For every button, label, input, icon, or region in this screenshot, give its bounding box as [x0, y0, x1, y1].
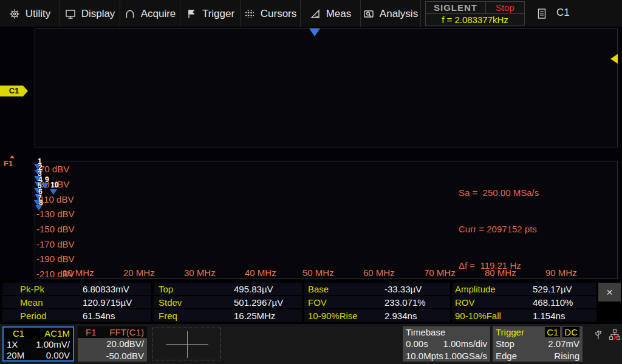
channel1-offset: 0.00V [46, 350, 70, 360]
fft-freq-label: 90 MHz [545, 268, 577, 278]
add-trace-placeholder[interactable] [152, 328, 221, 360]
measurement-value: 61.54ns [83, 311, 115, 321]
measurement-label: 10-90%Rise [304, 311, 384, 321]
menu-cursors-label: Cursors [261, 8, 297, 20]
menu-meas-label: Meas [326, 8, 352, 20]
measurement-value: -33.33µV [384, 284, 422, 294]
menu-cursors[interactable]: Cursors [241, 0, 301, 27]
measurement-cell: ROV468.110% [453, 296, 596, 308]
menu-trigger-label: Trigger [202, 8, 234, 20]
channel1-scale: 1.00mV/ [36, 339, 70, 349]
menu-trigger[interactable]: Trigger [180, 0, 241, 27]
trigger-level-marker[interactable] [610, 54, 618, 64]
measurement-table: Pk-Pk6.80833mV Top495.83µV Base-33.33µV … [2, 283, 596, 322]
fft-trace-tag[interactable]: F1 [4, 159, 13, 168]
trigger-box[interactable]: TriggerC1DC Stop2.07mV EdgeRising [493, 326, 583, 362]
channel1-name: C1 [7, 328, 24, 339]
measurement-value: 2.934ns [384, 311, 417, 321]
time-domain-trace [35, 29, 617, 147]
menu-display-label: Display [81, 8, 115, 20]
fft-descriptor-box[interactable]: F1FFT(C1) 20.0dBV/ -50.0dBV [78, 326, 147, 362]
f1-function: FFT(C1) [109, 327, 144, 337]
f1-scale: 20.0dBV/ [106, 339, 144, 349]
timebase-delay: 0.00s [406, 339, 428, 349]
history-list-icon [538, 8, 546, 19]
fft-freq-label: 60 MHz [363, 268, 395, 278]
trigger-coupling: DC [562, 327, 579, 337]
measurement-label: Stdev [154, 297, 234, 308]
measurement-cell: 90-10%Fall1.154ns [453, 309, 596, 322]
menu-display[interactable]: Display [60, 0, 120, 27]
measurement-cell: Stdev501.2967µV [154, 296, 302, 308]
measurement-value: 468.110% [533, 297, 573, 308]
top-menu-bar: Utility Display Acquire Trigger Cursors … [0, 0, 622, 27]
crosshair-icon [187, 331, 188, 358]
menu-acquire-label: Acquire [141, 8, 176, 20]
channel1-bandwidth: 20M [7, 350, 24, 360]
measurement-value: 529.17µV [533, 284, 572, 294]
fft-freq-label: 20 MHz [123, 268, 155, 278]
measurement-label: Period [2, 311, 83, 321]
fft-freq-label: 50 MHz [302, 268, 334, 278]
measurement-label: Amplitude [453, 284, 533, 294]
timebase-samplerate: 1.00GSa/s [444, 351, 487, 361]
acquisition-status-box: SIGLENT Stop f = 2.083377kHz [425, 1, 525, 26]
fft-current-points: Curr = 2097152 pts [459, 223, 539, 235]
lan-status[interactable]: ✕ [609, 329, 621, 343]
trigger-level: 2.07mV [548, 339, 579, 349]
measurement-cell: FOV233.071% [304, 296, 450, 308]
timebase-box[interactable]: Timebase 0.00s1.00ms/div 10.0Mpts1.00GSa… [403, 326, 490, 362]
measurement-label: Freq [154, 311, 234, 321]
peak-marker-number: 10 [50, 181, 58, 189]
meas-icon [310, 8, 321, 19]
active-channel-button[interactable]: C1 [556, 7, 570, 19]
measurement-close-button[interactable]: × [598, 283, 621, 302]
trigger-flag-icon [186, 8, 197, 19]
menu-utility[interactable]: Utility [0, 0, 60, 27]
trigger-slope: Rising [554, 351, 579, 361]
trigger-position-marker[interactable] [309, 29, 320, 36]
timebase-scale: 1.00ms/div [443, 339, 487, 349]
siglent-logo: SIGLENT [426, 2, 486, 13]
trigger-source: C1 [545, 327, 560, 337]
measurement-value: 501.2967µV [234, 297, 283, 308]
trigger-frequency-readout: f = 2.083377kHz [426, 14, 524, 25]
fft-freq-label: 40 MHz [245, 268, 276, 278]
trigger-title: Trigger [496, 327, 524, 337]
peak-marker-number: 9 [45, 175, 49, 184]
analysis-icon [363, 8, 374, 19]
measurement-value: 495.83µV [234, 284, 273, 294]
measurement-value: 233.071% [384, 297, 426, 308]
measurement-cell: Pk-Pk6.80833mV [2, 283, 151, 295]
fft-delta-f: Δf = 119.21 Hz [459, 260, 539, 272]
channel1-descriptor-box[interactable]: C1AC1M 1X1.00mV/ 20M0.00V [2, 326, 74, 362]
measurement-label: ROV [453, 297, 533, 308]
fft-freq-label: 70 MHz [424, 268, 456, 278]
peak-marker[interactable] [50, 189, 57, 195]
peak-marker[interactable] [41, 183, 49, 189]
measurement-label: 90-10%Fall [453, 311, 533, 321]
measurement-label: Pk-Pk [2, 284, 83, 294]
menu-meas[interactable]: Meas [301, 0, 361, 27]
channel1-level-tag[interactable]: C1 [0, 86, 28, 96]
menu-analysis-label: Analysis [380, 8, 418, 20]
time-domain-window[interactable] [35, 28, 618, 147]
measurement-label: FOV [304, 297, 384, 308]
f1-up-arrow-icon [10, 155, 15, 158]
measurement-cell: Freq16.25MHz [154, 309, 302, 322]
scope-display-area: C1 F1 -70 dBV -90 dBV -110 dBV -130 dBV … [0, 28, 622, 280]
f1-name: F1 [81, 327, 97, 337]
usb-icon[interactable] [593, 329, 604, 341]
menu-analysis[interactable]: Analysis [361, 0, 421, 27]
bottom-status-bar: C1AC1M 1X1.00mV/ 20M0.00V F1FFT(C1) 20.0… [0, 323, 622, 364]
measurement-value: 16.25MHz [234, 311, 275, 321]
fft-freq-label: 10 MHz [63, 268, 94, 278]
measurement-value: 1.154ns [533, 311, 565, 321]
measurement-value: 120.9715µV [83, 297, 132, 308]
menu-acquire[interactable]: Acquire [120, 0, 180, 27]
acquisition-status: Stop [486, 2, 524, 13]
timebase-title: Timebase [406, 327, 445, 337]
measurement-label: Top [154, 284, 234, 294]
measurement-cell: 10-90%Rise2.934ns [304, 309, 450, 322]
measurement-label: Base [304, 284, 384, 294]
